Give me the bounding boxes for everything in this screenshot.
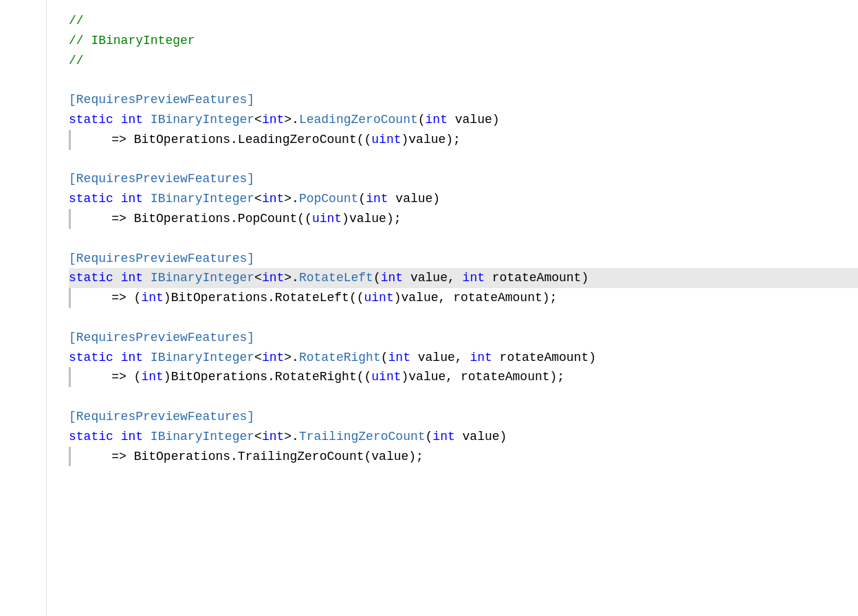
method-call: BitOperations.TrailingZeroCount(value);	[134, 447, 424, 467]
code-line-empty-1	[69, 70, 858, 90]
rest: )BitOperations.RotateRight((	[164, 367, 371, 387]
space	[113, 189, 121, 209]
indent-space	[82, 447, 111, 467]
keyword-static: static	[69, 110, 113, 130]
comment-text: //	[69, 51, 84, 71]
code-line-leading-body: => BitOperations.LeadingZeroCount(( uint…	[69, 130, 858, 150]
code-content: // // IBinaryInteger // [RequiresPreview…	[47, 0, 858, 616]
cast-type: uint	[371, 130, 401, 150]
method-name: RotateLeft	[299, 268, 373, 288]
space	[113, 110, 121, 130]
param-type: int	[388, 348, 410, 368]
comment-text: //	[69, 11, 84, 31]
keyword-static: static	[69, 427, 113, 447]
code-line-rotateleft: static int IBinaryInteger < int >. Rotat…	[69, 268, 858, 288]
keyword-static: static	[69, 268, 113, 288]
keyword-int: int	[121, 110, 143, 130]
type-int: int	[262, 268, 284, 288]
generic-close: >.	[284, 110, 299, 130]
gutter	[0, 0, 47, 616]
code-line-attr-2: [RequiresPreviewFeatures]	[69, 169, 858, 189]
code-line-trailingzero: static int IBinaryInteger < int >. Trail…	[69, 427, 858, 447]
space	[143, 348, 151, 368]
paren: (	[381, 348, 388, 368]
attribute-text: [RequiresPreviewFeatures]	[69, 407, 254, 427]
code-line-empty-2	[69, 150, 858, 170]
param-name: value)	[448, 110, 500, 130]
param-type-2: int	[470, 348, 492, 368]
arrow: => (	[111, 288, 141, 308]
cast-type: int	[141, 288, 163, 308]
space	[113, 348, 121, 368]
interface-name: IBinaryInteger	[151, 348, 254, 368]
param-type-2: int	[463, 268, 485, 288]
attribute-text: [RequiresPreviewFeatures]	[69, 169, 254, 189]
bar	[69, 130, 71, 150]
method-name: LeadingZeroCount	[299, 110, 418, 130]
space	[143, 110, 151, 130]
paren: (	[426, 427, 433, 447]
code-container: // // IBinaryInteger // [RequiresPreview…	[0, 0, 858, 616]
code-line-empty-5	[69, 387, 858, 407]
code-line-rotateright: static int IBinaryInteger < int >. Rotat…	[69, 348, 858, 368]
param-type: int	[426, 110, 448, 130]
code-line-empty-4	[69, 308, 858, 328]
param-type: int	[366, 189, 388, 209]
space	[113, 427, 121, 447]
code-line-attr-4: [RequiresPreviewFeatures]	[69, 328, 858, 348]
generic-close: >.	[284, 348, 299, 368]
param-name-2: rotateAmount)	[485, 268, 588, 288]
code-line-trailingzero-body: => BitOperations.TrailingZeroCount(value…	[69, 447, 858, 467]
generic-open: <	[254, 189, 262, 209]
code-line-attr-5: [RequiresPreviewFeatures]	[69, 407, 858, 427]
rest: )value);	[342, 209, 401, 229]
cast-type: uint	[312, 209, 342, 229]
code-line-rotateleft-body: => ( int )BitOperations.RotateLeft(( uin…	[69, 288, 858, 308]
code-line-popcount-body: => BitOperations.PopCount(( uint )value)…	[69, 209, 858, 229]
param-type: int	[381, 268, 403, 288]
rest-2: )value, rotateAmount);	[394, 288, 558, 308]
generic-open: <	[254, 268, 262, 288]
interface-name: IBinaryInteger	[151, 110, 254, 130]
method-name: TrailingZeroCount	[299, 427, 426, 447]
space	[113, 268, 121, 288]
indent-space	[82, 367, 111, 387]
generic-open: <	[254, 427, 262, 447]
keyword-static: static	[69, 189, 113, 209]
paren: (	[373, 268, 381, 288]
bar	[69, 209, 71, 229]
code-line-popcount: static int IBinaryInteger < int >. PopCo…	[69, 189, 858, 209]
rest: )value);	[402, 130, 461, 150]
attribute-text: [RequiresPreviewFeatures]	[69, 90, 254, 110]
param-name: value)	[388, 189, 441, 209]
param-name-2: rotateAmount)	[492, 348, 596, 368]
attribute-text: [RequiresPreviewFeatures]	[69, 328, 254, 348]
param-name: value,	[403, 268, 462, 288]
code-line-rotateright-body: => ( int )BitOperations.RotateRight(( ui…	[69, 367, 858, 387]
interface-name: IBinaryInteger	[151, 427, 254, 447]
rest-2: )value, rotateAmount);	[402, 367, 565, 387]
keyword-int: int	[121, 427, 143, 447]
interface-name: IBinaryInteger	[151, 189, 254, 209]
generic-open: <	[254, 110, 262, 130]
interface-name: IBinaryInteger	[151, 268, 254, 288]
code-line-attr-3: [RequiresPreviewFeatures]	[69, 249, 858, 269]
type-int: int	[262, 348, 284, 368]
type-int: int	[262, 110, 284, 130]
indent-space	[82, 288, 111, 308]
indent-space	[82, 209, 111, 229]
method-name: PopCount	[299, 189, 358, 209]
arrow: =>	[111, 447, 133, 467]
code-line-empty-3	[69, 229, 858, 249]
method-name: RotateRight	[299, 348, 381, 368]
cast-type-2: uint	[364, 288, 394, 308]
param-name: value,	[410, 348, 470, 368]
type-int: int	[262, 189, 284, 209]
generic-close: >.	[284, 268, 299, 288]
cast-type-2: uint	[371, 367, 401, 387]
method-call: BitOperations.PopCount((	[134, 209, 312, 229]
attribute-text: [RequiresPreviewFeatures]	[69, 249, 254, 269]
bar	[69, 288, 71, 308]
bar	[69, 367, 71, 387]
generic-open: <	[254, 348, 262, 368]
